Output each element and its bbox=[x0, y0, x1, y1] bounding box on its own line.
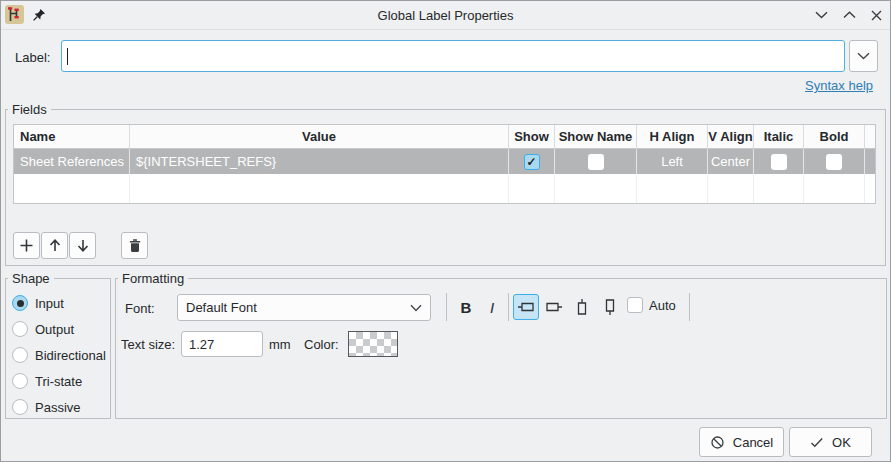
fields-groupbox: Fields Name Value Show Show Name H Align… bbox=[5, 109, 886, 266]
radio-label: Output bbox=[35, 322, 74, 337]
font-select-value: Default Font bbox=[186, 300, 410, 315]
radio-label: Passive bbox=[35, 400, 81, 415]
fields-group-label: Fields bbox=[8, 102, 51, 117]
arrow-up-icon bbox=[48, 238, 62, 253]
header-italic: Italic bbox=[754, 125, 804, 149]
color-caption: Color: bbox=[304, 337, 339, 352]
font-select[interactable]: Default Font bbox=[177, 294, 431, 321]
orientation-up-button[interactable] bbox=[569, 294, 595, 320]
orientation-left-button[interactable] bbox=[541, 294, 567, 320]
radio-bidirectional[interactable] bbox=[12, 347, 28, 363]
window-close-button[interactable] bbox=[871, 10, 882, 21]
cell-italic bbox=[754, 149, 804, 174]
ok-button[interactable]: OK bbox=[789, 427, 872, 457]
cell-h-align[interactable]: Left bbox=[637, 149, 708, 174]
radio-passive[interactable] bbox=[12, 399, 28, 415]
shape-group-label: Shape bbox=[8, 271, 54, 286]
text-size-unit: mm bbox=[269, 337, 291, 352]
cell-v-align[interactable]: Center bbox=[708, 149, 754, 174]
trash-icon bbox=[128, 238, 142, 253]
bold-text-button[interactable]: B bbox=[455, 295, 477, 319]
cell-bold bbox=[804, 149, 865, 174]
italic-checkbox[interactable] bbox=[771, 154, 787, 170]
cancel-button-label: Cancel bbox=[733, 435, 773, 450]
formatting-group-label: Formatting bbox=[118, 271, 188, 286]
cancel-button[interactable]: Cancel bbox=[699, 427, 784, 457]
move-field-up-button[interactable] bbox=[41, 232, 68, 259]
table-row: Sheet References ${INTERSHEET_REFS} Left… bbox=[14, 149, 875, 174]
header-h-align: H Align bbox=[637, 125, 708, 149]
radio-output[interactable] bbox=[12, 321, 28, 337]
table-empty-row bbox=[14, 174, 875, 203]
auto-checkbox-label: Auto bbox=[649, 298, 676, 313]
italic-text-button[interactable]: I bbox=[481, 295, 503, 319]
window-title: Global Label Properties bbox=[1, 8, 890, 23]
radio-label: Bidirectional bbox=[35, 348, 106, 363]
header-value: Value bbox=[130, 125, 509, 149]
label-combo-dropdown-button[interactable] bbox=[849, 40, 878, 72]
header-show-name: Show Name bbox=[555, 125, 637, 149]
syntax-help-link[interactable]: Syntax help bbox=[805, 78, 873, 93]
delete-field-button[interactable] bbox=[121, 232, 148, 259]
plus-icon bbox=[19, 238, 34, 253]
cell-show bbox=[509, 149, 555, 174]
label-orient-right-icon bbox=[517, 298, 535, 316]
add-field-button[interactable] bbox=[13, 232, 40, 259]
auto-checkbox-row[interactable]: Auto bbox=[627, 297, 676, 313]
color-swatch-button[interactable] bbox=[348, 331, 398, 357]
titlebar: Global Label Properties bbox=[1, 1, 890, 30]
shape-groupbox: Shape Input Output Bidirectional Tri-sta… bbox=[5, 278, 111, 419]
label-caption: Label: bbox=[15, 50, 50, 65]
font-caption: Font: bbox=[125, 301, 155, 316]
toolbar-separator bbox=[689, 293, 690, 321]
radio-label: Input bbox=[35, 296, 64, 311]
radio-input[interactable] bbox=[12, 295, 28, 311]
global-label-properties-dialog: Global Label Properties Label: Syntax he… bbox=[0, 0, 891, 462]
text-size-caption: Text size: bbox=[121, 337, 175, 352]
formatting-groupbox: Formatting Font: Default Font B I bbox=[115, 278, 887, 419]
toolbar-separator bbox=[446, 293, 447, 321]
toolbar-separator bbox=[508, 293, 509, 321]
chevron-down-icon bbox=[410, 304, 422, 312]
shape-option-passive[interactable]: Passive bbox=[12, 399, 81, 415]
orientation-right-button[interactable] bbox=[513, 294, 539, 320]
header-name: Name bbox=[14, 125, 130, 149]
cancel-icon bbox=[710, 435, 725, 450]
header-v-align: V Align bbox=[708, 125, 754, 149]
auto-checkbox[interactable] bbox=[627, 297, 643, 313]
cell-filler bbox=[865, 149, 875, 174]
fields-table-header-row: Name Value Show Show Name H Align V Alig… bbox=[14, 125, 875, 149]
shape-option-bidirectional[interactable]: Bidirectional bbox=[12, 347, 106, 363]
move-field-down-button[interactable] bbox=[69, 232, 96, 259]
window-shade-button[interactable] bbox=[815, 11, 828, 19]
ok-button-label: OK bbox=[832, 435, 851, 450]
fields-table: Name Value Show Show Name H Align V Alig… bbox=[13, 124, 876, 204]
radio-tri-state[interactable] bbox=[12, 373, 28, 389]
orientation-down-button[interactable] bbox=[597, 294, 623, 320]
radio-label: Tri-state bbox=[35, 374, 82, 389]
text-caret bbox=[67, 48, 68, 65]
shape-option-output[interactable]: Output bbox=[12, 321, 74, 337]
window-controls bbox=[815, 1, 882, 29]
header-filler bbox=[865, 125, 875, 149]
bold-checkbox[interactable] bbox=[826, 154, 842, 170]
header-show: Show bbox=[509, 125, 555, 149]
shape-option-tri-state[interactable]: Tri-state bbox=[12, 373, 82, 389]
check-icon bbox=[810, 437, 824, 448]
label-orient-left-icon bbox=[545, 298, 563, 316]
label-orient-down-icon bbox=[601, 298, 619, 316]
header-bold: Bold bbox=[804, 125, 865, 149]
cell-show-name bbox=[555, 149, 637, 174]
show-checkbox[interactable] bbox=[524, 154, 540, 170]
cell-field-value[interactable]: ${INTERSHEET_REFS} bbox=[130, 149, 509, 174]
label-orient-up-icon bbox=[573, 298, 591, 316]
shape-option-input[interactable]: Input bbox=[12, 295, 64, 311]
label-input[interactable] bbox=[61, 40, 845, 72]
text-size-input[interactable] bbox=[181, 331, 263, 357]
arrow-down-icon bbox=[76, 238, 90, 253]
cell-field-name[interactable]: Sheet References bbox=[14, 149, 130, 174]
window-unshade-button[interactable] bbox=[843, 11, 856, 19]
show-name-checkbox[interactable] bbox=[588, 154, 604, 170]
